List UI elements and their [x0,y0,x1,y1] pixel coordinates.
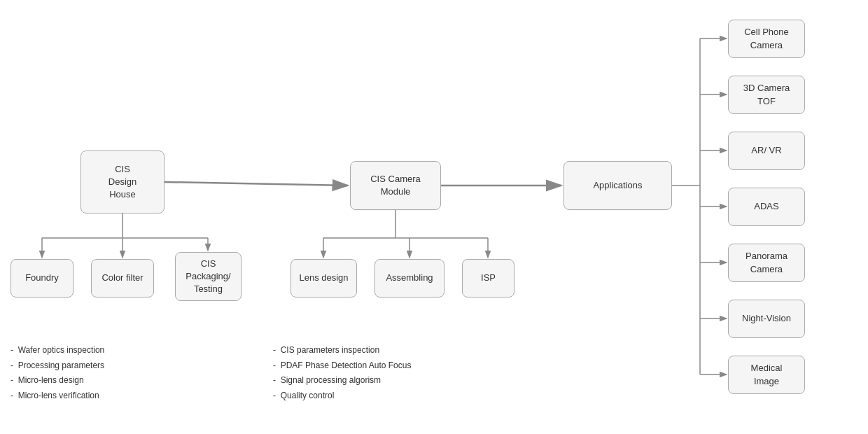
ar-vr-node: AR/ VR [728,132,805,170]
foundry-node: Foundry [10,259,74,298]
bullet-item: - Micro-lens verification [10,388,104,404]
cis-design-house-node: CIS Design House [80,150,164,214]
3d-camera-tof-node: 3D Camera TOF [728,76,805,114]
bullet-item: - Quality control [273,388,411,404]
night-vision-node: Night-Vision [728,300,805,338]
bullet-item: - PDAF Phase Detection Auto Focus [273,358,411,374]
cell-phone-camera-node: Cell Phone Camera [728,20,805,58]
assembling-node: Assembling [374,259,444,298]
bullet-item: - Signal processing algorism [273,373,411,388]
applications-node: Applications [564,161,672,210]
svg-line-2 [164,182,348,186]
bullet-item: - Micro-lens design [10,373,104,388]
bullet-item: - Wafer optics inspection [10,343,104,358]
adas-node: ADAS [728,188,805,226]
panorama-camera-node: Panorama Camera [728,244,805,282]
bullet-item: - CIS parameters inspection [273,343,411,358]
diagram: CIS Design House CIS Camera Module Appli… [0,0,868,434]
left-bullet-list: - Wafer optics inspection - Processing p… [10,343,104,403]
bullet-item: - Processing parameters [10,358,104,374]
cis-packaging-node: CIS Packaging/ Testing [175,252,241,301]
right-bullet-list: - CIS parameters inspection - PDAF Phase… [273,343,411,403]
cis-camera-module-node: CIS Camera Module [350,161,441,210]
isp-node: ISP [462,259,514,298]
medical-image-node: Medical Image [728,356,805,394]
color-filter-node: Color filter [91,259,154,298]
lens-design-node: Lens design [290,259,357,298]
